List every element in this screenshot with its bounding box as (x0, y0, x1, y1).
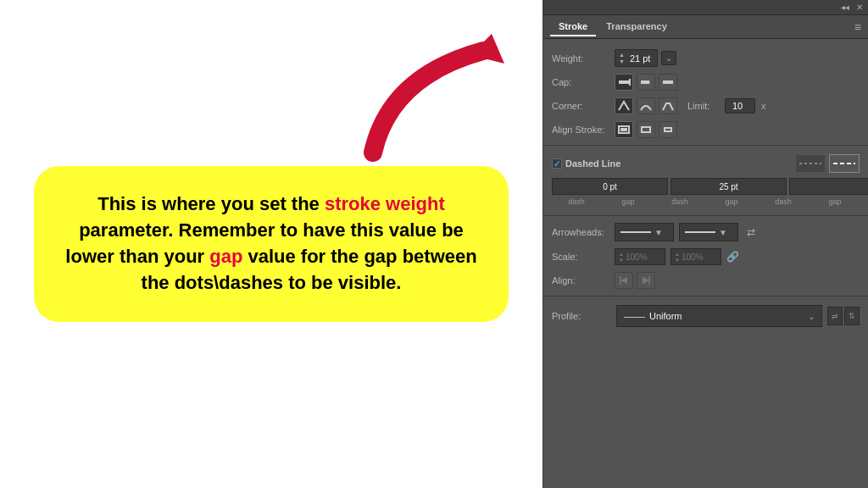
scale-start-box[interactable]: ▲ ▼ 100% (615, 248, 665, 265)
arrowhead-end-line (685, 231, 715, 233)
dash-style-2[interactable] (829, 154, 860, 173)
dash-labels: dash gap dash gap dash gap (552, 197, 860, 207)
scale-inputs: ▲ ▼ 100% ▲ ▼ 100% 🔗 (615, 248, 739, 265)
dashed-checkbox-label: ✓ Dashed Line (552, 158, 620, 169)
dashed-header: ✓ Dashed Line (552, 154, 860, 173)
arrowheads-control: ▼ ▼ ⇄ (615, 223, 755, 241)
red-arrow (322, 8, 526, 178)
profile-flip-h[interactable]: ⇌ (827, 307, 843, 325)
tab-transparency[interactable]: Transparency (598, 18, 676, 36)
dashed-section: ✓ Dashed Line (543, 149, 868, 212)
scale-end-box[interactable]: ▲ ▼ 100% (670, 248, 721, 265)
panel-content: Weight: ▲ ▼ 21 pt ⌄ Cap: (543, 39, 868, 488)
scale-label: Scale: (552, 252, 611, 262)
red-text-gap: gap (209, 246, 242, 267)
arrowhead-start-line (620, 231, 651, 233)
limit-unit: x (761, 101, 766, 111)
weight-value: 21 pt (626, 53, 654, 64)
profile-line-icon: —— (624, 310, 644, 323)
svg-rect-8 (665, 128, 671, 131)
close-icon[interactable]: ✕ (856, 3, 863, 12)
svg-marker-12 (620, 277, 627, 284)
align-center-button[interactable] (637, 121, 655, 138)
profile-name: Uniform (649, 311, 682, 321)
dashed-label-text: Dashed Line (565, 158, 620, 169)
cap-square-button[interactable] (659, 74, 677, 91)
svg-rect-7 (642, 127, 650, 132)
cap-butt-button[interactable] (615, 74, 633, 91)
svg-rect-4 (663, 80, 673, 84)
weight-control: ▲ ▼ 21 pt ⌄ (615, 49, 676, 67)
left-area: This is where you set the stroke weight … (0, 0, 542, 488)
profile-row: Profile: —— Uniform ⌄ ⇌ ⇅ (543, 300, 868, 332)
profile-nav-icons: ⇌ ⇅ (827, 307, 860, 325)
profile-label: Profile: (552, 311, 611, 321)
corner-row: Corner: Limit: 10 x (543, 94, 868, 118)
arrowhead-start-select[interactable]: ▼ (615, 223, 674, 241)
dash-style-icons (795, 154, 860, 173)
align-controls (615, 272, 655, 289)
align-start-button[interactable] (615, 272, 633, 289)
arrowhead-end-dropdown[interactable]: ▼ (719, 228, 727, 237)
limit-spinner[interactable]: 10 (725, 98, 755, 114)
panel-menu-icon[interactable]: ≡ (854, 20, 861, 34)
gap-label-3: gap (810, 197, 860, 207)
svg-rect-6 (620, 128, 627, 131)
align-label: Align: (552, 275, 611, 286)
red-text-stroke-weight: stroke weight (325, 193, 445, 214)
align-inside-button[interactable] (615, 121, 633, 138)
dash-label-3: dash (759, 197, 808, 207)
cap-round-button[interactable] (637, 74, 655, 91)
arrowhead-settings-icon[interactable]: ⇄ (747, 226, 755, 238)
spinner-arrows[interactable]: ▲ ▼ (619, 52, 625, 64)
cap-label: Cap: (552, 77, 611, 87)
align-row: Align: (543, 269, 868, 292)
cap-row: Cap: (543, 70, 868, 94)
arrowheads-row: Arrowheads: ▼ ▼ ⇄ (543, 219, 868, 245)
weight-spinner[interactable]: ▲ ▼ 21 pt (615, 49, 658, 67)
corner-miter-button[interactable] (615, 97, 633, 114)
scale-link-icon[interactable]: 🔗 (726, 251, 739, 263)
divider-3 (543, 296, 868, 297)
svg-marker-14 (643, 277, 649, 284)
speech-bubble: This is where you set the stroke weight … (34, 166, 509, 321)
spinner-up[interactable]: ▲ (619, 52, 625, 58)
gap-input-1[interactable] (670, 178, 787, 195)
panel-tabs: Stroke Transparency ≡ (543, 15, 868, 39)
tab-stroke[interactable]: Stroke (550, 18, 596, 36)
weight-row: Weight: ▲ ▼ 21 pt ⌄ (543, 46, 868, 70)
gap-label-2: gap (707, 197, 756, 207)
align-stroke-label: Align Stroke: (552, 125, 611, 135)
arrowheads-label: Arrowheads: (552, 227, 611, 237)
gap-label-1: gap (604, 197, 653, 207)
svg-rect-3 (641, 80, 649, 84)
scale-row: Scale: ▲ ▼ 100% ▲ ▼ 100% 🔗 (543, 245, 868, 269)
dash-input-2[interactable] (789, 178, 868, 195)
divider-1 (543, 145, 868, 146)
profile-select[interactable]: —— Uniform ⌄ (616, 305, 822, 327)
bubble-text: This is where you set the stroke weight … (64, 191, 479, 296)
profile-dropdown-arrow[interactable]: ⌄ (808, 312, 815, 321)
dashed-checkbox[interactable]: ✓ (552, 158, 562, 169)
limit-label: Limit: (687, 101, 721, 111)
arrowhead-start-dropdown[interactable]: ▼ (654, 228, 663, 237)
spinner-down[interactable]: ▼ (619, 58, 625, 64)
arrowhead-end-select[interactable]: ▼ (679, 223, 738, 241)
weight-dropdown[interactable]: ⌄ (661, 51, 676, 65)
align-stroke-row: Align Stroke: (543, 118, 868, 141)
dash-input-grid (552, 178, 860, 195)
stroke-panel: ◂◂ ✕ Stroke Transparency ≡ Weight: ▲ ▼ 2… (542, 0, 868, 488)
align-outside-button[interactable] (659, 121, 677, 138)
corner-bevel-button[interactable] (659, 97, 677, 114)
divider-2 (543, 215, 868, 216)
profile-flip-v[interactable]: ⇅ (844, 307, 860, 325)
scale-end-arrows[interactable]: ▲ ▼ (675, 252, 680, 263)
align-end-button[interactable] (637, 272, 655, 289)
collapse-icon[interactable]: ◂◂ (841, 3, 849, 12)
svg-rect-1 (619, 80, 629, 84)
corner-round-button[interactable] (637, 97, 655, 114)
dash-style-1[interactable] (795, 154, 826, 173)
dash-input-1[interactable] (552, 178, 668, 195)
scale-start-arrows[interactable]: ▲ ▼ (619, 252, 624, 263)
weight-label: Weight: (552, 53, 611, 64)
